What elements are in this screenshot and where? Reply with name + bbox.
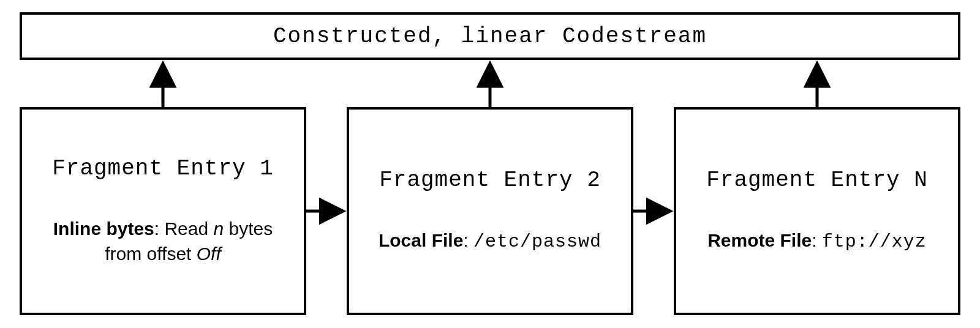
fragment-entry-2: Fragment Entry 2 Local File: /etc/passwd bbox=[347, 107, 633, 315]
remote-file-label: Remote File bbox=[707, 230, 812, 250]
var-off: Off bbox=[197, 244, 221, 264]
var-n: n bbox=[214, 218, 224, 239]
sep: : bbox=[154, 218, 165, 239]
fragment-1-desc: Inline bytes: Read n bytes from offset O… bbox=[36, 217, 290, 266]
codestream-box: Constructed, linear Codestream bbox=[20, 12, 960, 60]
local-file-path: /etc/passwd bbox=[473, 231, 601, 252]
fragment-title: Fragment Entry 1 bbox=[52, 156, 274, 181]
fragment-n-desc: Remote File: ftp://xyz bbox=[707, 228, 927, 255]
fragment-entry-1: Fragment Entry 1 Inline bytes: Read n by… bbox=[20, 107, 306, 315]
remote-file-url: ftp://xyz bbox=[822, 231, 927, 252]
fragment-title: Fragment Entry N bbox=[706, 168, 928, 193]
fragment-2-desc: Local File: /etc/passwd bbox=[379, 228, 601, 255]
sep: : bbox=[812, 230, 822, 250]
txt: Read bbox=[164, 218, 213, 239]
diagram-canvas: Constructed, linear Codestream Fragment … bbox=[0, 0, 980, 328]
sep: : bbox=[463, 230, 473, 250]
fragment-title: Fragment Entry 2 bbox=[379, 168, 601, 193]
inline-bytes-label: Inline bytes bbox=[53, 218, 154, 239]
fragment-entry-n: Fragment Entry N Remote File: ftp://xyz bbox=[674, 107, 960, 315]
local-file-label: Local File bbox=[379, 230, 463, 250]
codestream-title: Constructed, linear Codestream bbox=[273, 24, 707, 49]
